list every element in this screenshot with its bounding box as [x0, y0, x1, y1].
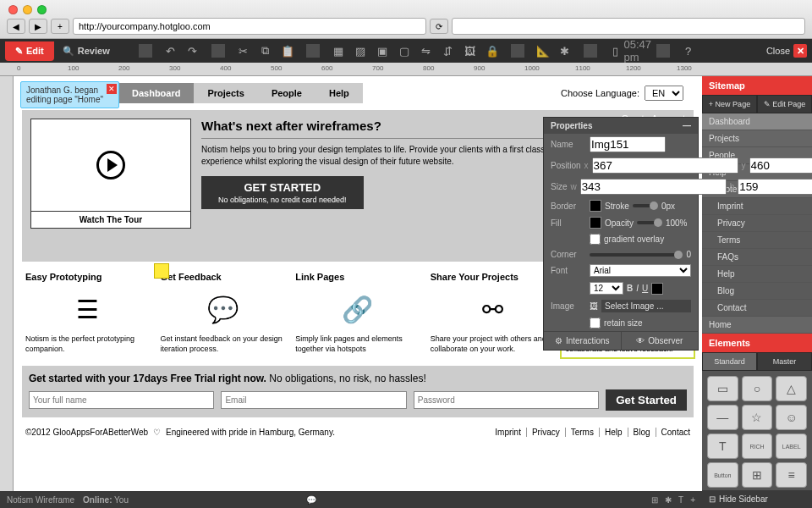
element-triangle[interactable]: △ — [776, 376, 807, 401]
footer-link[interactable]: Blog — [628, 428, 650, 437]
name-input[interactable] — [590, 136, 666, 152]
sitemap-item-projects[interactable]: Projects — [702, 130, 812, 147]
standard-tab[interactable]: Standard — [702, 352, 757, 371]
get-started-button[interactable]: GET STARTEDNo obligations, no credit car… — [201, 176, 364, 209]
settings-icon[interactable]: ✱ — [558, 44, 572, 58]
retain-size-checkbox[interactable] — [590, 318, 601, 329]
master-tab[interactable]: Master — [757, 352, 812, 371]
tab-projects[interactable]: Projects — [194, 83, 257, 103]
page-icon[interactable]: ▯ — [609, 44, 623, 58]
flip-v-icon[interactable]: ⇵ — [442, 44, 455, 58]
pos-x-input[interactable] — [592, 157, 738, 174]
bring-front-icon[interactable]: ▦ — [332, 44, 345, 58]
watch-tour-button[interactable]: Watch The Tour — [30, 212, 191, 229]
send-back-icon[interactable]: ▨ — [354, 44, 367, 58]
properties-panel[interactable]: Properties— Name Positionxy Sizewh Borde… — [543, 117, 699, 351]
ungroup-icon[interactable]: ▢ — [398, 44, 411, 58]
trial-submit-button[interactable]: Get Started — [606, 389, 687, 411]
edit-mode-tab[interactable]: ✎Edit — [5, 41, 54, 61]
element-table[interactable]: ⊞ — [742, 462, 773, 488]
sitemap-item-home[interactable]: Home — [702, 317, 812, 334]
new-page-button[interactable]: + New Page — [702, 95, 757, 113]
lock-icon[interactable]: 🔒 — [486, 44, 499, 58]
element-button[interactable]: Button — [707, 462, 738, 488]
footer-link[interactable]: Terms — [565, 428, 594, 437]
tab-people[interactable]: People — [258, 83, 315, 103]
footer-link[interactable]: Privacy — [526, 428, 560, 437]
close-icon[interactable]: ✕ — [107, 84, 117, 94]
language-select[interactable]: EN — [645, 86, 683, 101]
observer-button[interactable]: 👁Observer — [622, 332, 699, 350]
help-icon[interactable]: ? — [682, 44, 695, 58]
review-mode-tab[interactable]: 🔍Review — [54, 41, 118, 61]
cut-icon[interactable]: ✂ — [237, 44, 250, 58]
sticky-note-icon[interactable] — [154, 263, 169, 279]
flip-h-icon[interactable]: ⇋ — [420, 44, 433, 58]
edit-page-button[interactable]: ✎ Edit Page — [757, 95, 812, 113]
zoom-out-icon[interactable]: T — [678, 495, 683, 505]
sitemap-item[interactable]: Blog — [702, 283, 812, 300]
underline-icon[interactable]: U — [642, 284, 648, 293]
element-smiley[interactable]: ☺ — [776, 405, 807, 430]
sitemap-item[interactable]: FAQs — [702, 249, 812, 266]
group-icon[interactable]: ▣ — [376, 44, 389, 58]
size-w-input[interactable] — [580, 179, 727, 195]
ruler-icon[interactable]: 📐 — [536, 44, 550, 58]
address-bar[interactable] — [73, 18, 426, 35]
select-image-button[interactable]: Select Image ... — [601, 300, 691, 312]
feature-feedback[interactable]: Get Feedback💬Get instant feedback on you… — [157, 268, 289, 357]
video-placeholder[interactable] — [30, 119, 191, 212]
tab-dashboard[interactable]: Dashboard — [118, 83, 194, 103]
interactions-button[interactable]: ⚙Interactions — [544, 332, 622, 350]
forward-button[interactable]: ▶ — [29, 19, 47, 34]
italic-icon[interactable]: I — [636, 284, 639, 293]
element-star[interactable]: ☆ — [742, 405, 773, 430]
trial-name-input[interactable] — [29, 391, 214, 409]
sitemap-item[interactable]: Help — [702, 266, 812, 283]
sitemap-item[interactable]: Privacy — [702, 215, 812, 232]
minimize-icon[interactable]: — — [683, 121, 691, 130]
redo-icon[interactable]: ↷ — [186, 44, 200, 58]
back-button[interactable]: ◀ — [7, 19, 25, 34]
element-text[interactable]: T — [707, 433, 738, 459]
undo-icon[interactable]: ↶ — [164, 44, 178, 58]
grid-icon[interactable]: ⊞ — [651, 495, 658, 505]
font-color-swatch[interactable] — [651, 283, 663, 295]
pos-y-input[interactable] — [749, 157, 812, 174]
font-size-select[interactable]: 12 — [590, 282, 623, 295]
sitemap-item[interactable]: Imprint — [702, 198, 812, 215]
element-label[interactable]: LABEL — [776, 433, 807, 459]
tab-help[interactable]: Help — [315, 83, 363, 103]
close-window-icon[interactable] — [8, 5, 18, 14]
element-line[interactable]: — — [707, 405, 738, 430]
bold-icon[interactable]: B — [627, 284, 633, 293]
corner-slider[interactable] — [590, 253, 683, 257]
zoom-window-icon[interactable] — [37, 5, 47, 14]
sitemap-item[interactable]: Terms — [702, 232, 812, 249]
zoom-in-icon[interactable]: + — [690, 495, 695, 505]
snap-icon[interactable]: ✱ — [665, 495, 672, 505]
gradient-checkbox[interactable] — [590, 234, 601, 245]
feature-prototyping[interactable]: Easy Prototyping☰Notism is the perfect p… — [22, 268, 154, 357]
feature-link[interactable]: Link Pages🔗Simply link pages and element… — [292, 268, 424, 357]
footer-link[interactable]: Help — [599, 428, 623, 437]
opacity-slider[interactable] — [637, 221, 662, 224]
size-h-input[interactable] — [738, 179, 812, 195]
hide-sidebar-button[interactable]: ⊟Hide Sidebar — [702, 490, 812, 508]
stroke-slider[interactable] — [633, 204, 658, 207]
border-color-swatch[interactable] — [590, 200, 601, 212]
sitemap-item[interactable]: Contact — [702, 300, 812, 317]
minimize-window-icon[interactable] — [23, 5, 32, 14]
fill-color-swatch[interactable] — [590, 217, 601, 229]
element-list[interactable]: ≡ — [776, 462, 807, 488]
footer-link[interactable]: Contact — [656, 428, 690, 437]
paste-icon[interactable]: 📋 — [281, 44, 294, 58]
trial-password-input[interactable] — [414, 391, 599, 409]
feature-share[interactable]: Share Your Projects⚯Share your project w… — [427, 268, 559, 357]
chat-icon[interactable]: 💬 — [306, 495, 316, 505]
element-rectangle[interactable]: ▭ — [707, 376, 738, 401]
sitemap-item-dashboard[interactable]: Dashboard — [702, 113, 812, 130]
trial-email-input[interactable] — [221, 391, 406, 409]
element-richtext[interactable]: RICH — [742, 433, 773, 459]
element-circle[interactable]: ○ — [742, 376, 773, 401]
